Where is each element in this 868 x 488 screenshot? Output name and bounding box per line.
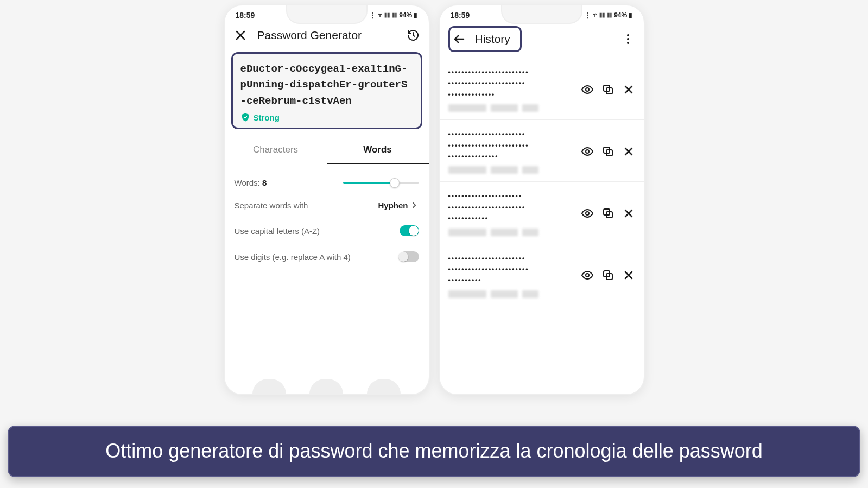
- strength-label: Strong: [254, 113, 280, 122]
- status-time: 18:59: [236, 11, 255, 20]
- masked-line: ••••••••••••••••••••••: [448, 191, 575, 201]
- eye-icon[interactable]: [581, 144, 594, 159]
- phone-generator: 18:59 ✻ ⋮ ⥾ ⫴⫴ ⫴⫴ 94% ▮ Password Generat…: [224, 4, 430, 395]
- svg-point-11: [586, 150, 589, 153]
- words-label: Words: 8: [235, 178, 267, 187]
- phone-history: 18:59 ✻ ⋮ ⥾ ⫴⫴ ⫴⫴ 94% ▮ History ••••••••…: [439, 4, 645, 395]
- masked-line: •••••••••••••••••••••••: [448, 202, 575, 213]
- masked-line: ••••••••••••••: [448, 89, 575, 100]
- masked-line: •••••••••••••••••••••••: [448, 129, 575, 140]
- history-item-actions: [581, 83, 635, 97]
- generator-title: Password Generator: [257, 29, 396, 42]
- delete-icon[interactable]: [622, 206, 635, 220]
- masked-line: ••••••••••••••••••••••••: [448, 67, 575, 78]
- history-item: ••••••••••••••••••••••••••••••••••••••••…: [440, 182, 644, 244]
- separator-label: Separate words with: [235, 201, 308, 210]
- history-item: ••••••••••••••••••••••••••••••••••••••••…: [440, 120, 644, 182]
- delete-icon[interactable]: [622, 83, 635, 97]
- history-item-actions: [581, 268, 635, 282]
- history-password: ••••••••••••••••••••••••••••••••••••••••…: [448, 191, 575, 236]
- close-icon[interactable]: [233, 28, 248, 42]
- history-item-actions: [581, 144, 635, 159]
- delete-icon[interactable]: [622, 268, 635, 282]
- history-password: ••••••••••••••••••••••••••••••••••••••••…: [448, 67, 575, 112]
- masked-line: •••••••••••••••••••••••: [448, 78, 575, 88]
- history-item-actions: [581, 206, 635, 220]
- separator-value: Hyphen: [378, 200, 419, 210]
- masked-line: ••••••••••••: [448, 213, 575, 224]
- svg-point-6: [586, 88, 589, 91]
- svg-point-3: [627, 34, 629, 36]
- svg-point-21: [586, 274, 589, 277]
- eye-icon[interactable]: [581, 83, 594, 97]
- generator-tabs: Characters Words: [225, 137, 429, 164]
- capital-toggle[interactable]: [400, 225, 419, 236]
- chevron-right-icon: [409, 200, 419, 210]
- eye-icon[interactable]: [581, 268, 594, 282]
- blurred-metadata: [448, 229, 575, 236]
- history-password: ••••••••••••••••••••••••••••••••••••••••…: [448, 129, 575, 174]
- notch: [501, 4, 582, 24]
- masked-line: ••••••••••••••••••••••••: [448, 264, 575, 275]
- caption-banner: Ottimo generatore di password che memori…: [8, 426, 860, 477]
- generator-settings: Words: 8 Separate words with Hyphen Use …: [225, 164, 429, 270]
- blurred-metadata: [448, 104, 575, 112]
- action-circle[interactable]: [367, 379, 401, 394]
- action-circle[interactable]: [252, 379, 286, 394]
- capital-row: Use capital letters (A-Z): [235, 218, 419, 244]
- password-card: eDuctor-cOccygeal-exaltinG-pUnning-dispa…: [231, 52, 422, 129]
- blurred-metadata: [448, 290, 575, 298]
- history-header: History: [440, 23, 644, 58]
- digits-label: Use digits (e.g. replace A with 4): [235, 252, 351, 262]
- status-icons: ✻ ⋮ ⥾ ⫴⫴ ⫴⫴ 94% ▮: [576, 11, 632, 19]
- history-item: ••••••••••••••••••••••••••••••••••••••••…: [440, 58, 644, 120]
- history-title-group: History: [448, 26, 522, 52]
- back-icon[interactable]: [452, 32, 466, 46]
- strength-indicator: Strong: [240, 112, 413, 122]
- digits-row: Use digits (e.g. replace A with 4): [235, 244, 419, 270]
- separator-row[interactable]: Separate words with Hyphen: [235, 193, 419, 218]
- notch: [286, 4, 368, 24]
- masked-line: •••••••••••••••••••••••: [448, 253, 575, 264]
- delete-icon[interactable]: [622, 144, 635, 159]
- svg-point-5: [627, 42, 629, 44]
- copy-icon[interactable]: [601, 268, 614, 282]
- generated-password[interactable]: eDuctor-cOccygeal-exaltinG-pUnning-dispa…: [240, 61, 413, 109]
- copy-icon[interactable]: [601, 206, 614, 220]
- history-password: ••••••••••••••••••••••••••••••••••••••••…: [448, 253, 575, 298]
- action-circle[interactable]: [309, 379, 343, 394]
- svg-point-16: [586, 212, 589, 215]
- copy-icon[interactable]: [601, 83, 614, 97]
- masked-line: ••••••••••••••••••••••••: [448, 140, 575, 151]
- svg-point-4: [627, 38, 629, 40]
- generator-header: Password Generator: [225, 23, 429, 50]
- history-item: ••••••••••••••••••••••••••••••••••••••••…: [440, 244, 644, 306]
- words-slider[interactable]: [343, 182, 419, 184]
- words-count-row: Words: 8: [235, 174, 419, 193]
- history-list: ••••••••••••••••••••••••••••••••••••••••…: [440, 58, 644, 306]
- shield-icon: [240, 112, 250, 122]
- blurred-metadata: [448, 166, 575, 174]
- more-icon[interactable]: [621, 32, 635, 46]
- status-icons: ✻ ⋮ ⥾ ⫴⫴ ⫴⫴ 94% ▮: [362, 11, 417, 19]
- eye-icon[interactable]: [581, 206, 594, 220]
- history-icon[interactable]: [406, 28, 420, 42]
- masked-line: •••••••••••••••: [448, 151, 575, 162]
- history-title: History: [475, 33, 510, 46]
- status-time: 18:59: [451, 11, 470, 20]
- capital-label: Use capital letters (A-Z): [235, 226, 320, 236]
- tab-characters[interactable]: Characters: [225, 137, 327, 164]
- action-buttons-partial: [225, 379, 429, 394]
- digits-toggle[interactable]: [400, 251, 419, 262]
- masked-line: ••••••••••: [448, 275, 575, 286]
- copy-icon[interactable]: [601, 144, 614, 159]
- tab-words[interactable]: Words: [327, 137, 429, 164]
